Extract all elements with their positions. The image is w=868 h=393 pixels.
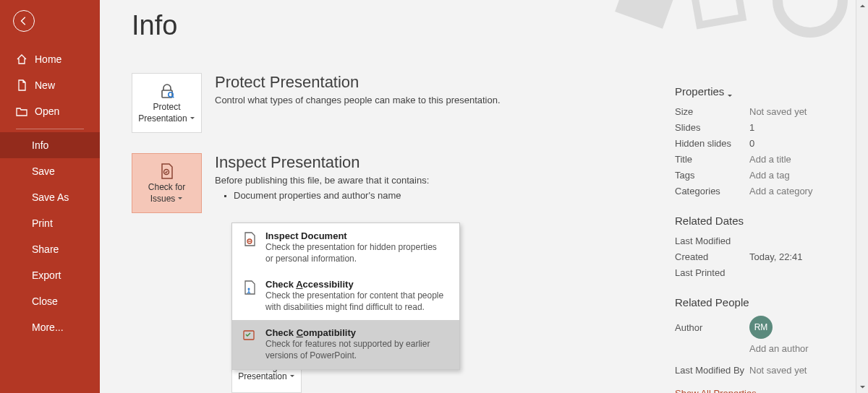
inspect-heading: Inspect Presentation: [215, 153, 429, 172]
sidebar-item-label: Save: [32, 165, 55, 177]
prop-created-value: Today, 22:41: [749, 251, 802, 262]
back-button[interactable]: [13, 10, 35, 32]
add-author-link[interactable]: Add an author: [749, 343, 809, 354]
sidebar-item-open[interactable]: Open: [0, 98, 100, 124]
prop-title-value[interactable]: Add a title: [749, 154, 791, 165]
sidebar-item-home[interactable]: Home: [0, 46, 100, 72]
dd-desc: Check the presentation for content that …: [265, 290, 446, 313]
open-icon: [16, 105, 27, 117]
prop-lastmod-label: Last Modified: [675, 236, 749, 246]
prop-tags-label: Tags: [675, 170, 749, 181]
chevron-down-icon: [177, 194, 183, 200]
prop-slides-value: 1: [749, 122, 754, 133]
dd-title: Inspect Document: [265, 230, 446, 241]
dd-desc: Check the presentation for hidden proper…: [265, 242, 446, 264]
page-title: Info: [132, 10, 868, 41]
inspect-icon: [158, 163, 176, 180]
dd-desc: Check for features not supported by earl…: [265, 339, 446, 361]
related-people-heading: Related People: [675, 296, 868, 308]
dd-title: Check Accessibility: [265, 279, 446, 290]
vertical-scrollbar[interactable]: [856, 0, 868, 393]
properties-heading[interactable]: Properties: [675, 85, 868, 98]
compatibility-icon: [242, 329, 257, 343]
home-icon: [16, 53, 27, 65]
prop-author-label: Author: [675, 322, 749, 333]
sidebar-item-label: Info: [32, 139, 48, 151]
sidebar-item-label: More...: [32, 321, 64, 333]
protect-presentation-tile[interactable]: Protect Presentation: [132, 73, 202, 133]
inspect-bullets: Document properties and author's name: [234, 190, 429, 201]
inspect-body: Before publishing this file, be aware th…: [215, 175, 429, 186]
sidebar-item-save-as[interactable]: Save As: [0, 184, 100, 210]
svg-rect-8: [244, 331, 254, 340]
check-for-issues-dropdown: Inspect Document Check the presentation …: [231, 223, 460, 370]
lock-icon: [158, 82, 176, 100]
dd-title: Check Compatibility: [265, 327, 446, 338]
prop-modby-label: Last Modified By: [675, 365, 749, 376]
show-all-properties-link[interactable]: Show All Properties: [675, 388, 868, 393]
arrow-left-icon: [19, 16, 29, 26]
properties-panel: Properties SizeNot saved yet Slides1 Hid…: [675, 85, 868, 393]
prop-created-label: Created: [675, 251, 749, 262]
backstage-sidebar: Home New Open Info Save Save As Print Sh…: [0, 0, 100, 393]
prop-lastprinted-label: Last Printed: [675, 267, 749, 278]
sidebar-item-label: Close: [32, 295, 58, 307]
prop-modby-value: Not saved yet: [749, 365, 807, 376]
sidebar-item-share[interactable]: Share: [0, 236, 100, 262]
scroll-track[interactable]: [856, 12, 868, 381]
new-icon: [16, 79, 27, 91]
svg-point-7: [248, 288, 250, 290]
chevron-down-icon: [289, 372, 295, 378]
prop-slides-label: Slides: [675, 122, 749, 133]
sidebar-item-label: Share: [32, 243, 59, 255]
scroll-down-button[interactable]: [856, 381, 868, 393]
sidebar-item-label: Print: [32, 217, 53, 229]
sidebar-item-save[interactable]: Save: [0, 158, 100, 184]
check-accessibility-item[interactable]: Check Accessibility Check the presentati…: [232, 272, 459, 320]
prop-title-label: Title: [675, 154, 749, 165]
chevron-down-icon: [727, 89, 733, 95]
prop-hidden-label: Hidden slides: [675, 138, 749, 149]
prop-size-value: Not saved yet: [749, 106, 807, 117]
sidebar-item-export[interactable]: Export: [0, 262, 100, 288]
sidebar-item-label: Save As: [32, 191, 69, 203]
chevron-down-icon: [190, 114, 195, 120]
inspect-bullet: Document properties and author's name: [234, 190, 429, 201]
check-compatibility-item[interactable]: Check Compatibility Check for features n…: [232, 320, 459, 368]
sidebar-item-more[interactable]: More...: [0, 314, 100, 340]
sidebar-item-label: Open: [35, 105, 59, 117]
protect-body: Control what types of changes people can…: [215, 95, 501, 105]
sidebar-item-info[interactable]: Info: [0, 132, 100, 158]
inspect-document-item[interactable]: Inspect Document Check the presentation …: [232, 223, 459, 272]
accessibility-icon: [242, 280, 257, 295]
protect-heading: Protect Presentation: [215, 73, 501, 92]
prop-categories-label: Categories: [675, 186, 749, 196]
related-dates-heading: Related Dates: [675, 215, 868, 227]
main-area: Info Protect Presentation Protect Presen…: [100, 0, 868, 393]
author-avatar[interactable]: RM: [749, 316, 773, 339]
sidebar-item-close[interactable]: Close: [0, 288, 100, 314]
prop-tags-value[interactable]: Add a tag: [749, 170, 790, 181]
prop-size-label: Size: [675, 106, 749, 117]
sidebar-divider: [16, 129, 84, 129]
sidebar-item-label: Export: [32, 269, 61, 281]
prop-categories-value[interactable]: Add a category: [749, 186, 812, 196]
check-for-issues-tile[interactable]: Check for Issues: [132, 153, 202, 213]
sidebar-item-label: Home: [35, 53, 61, 65]
sidebar-item-print[interactable]: Print: [0, 210, 100, 236]
prop-hidden-value: 0: [749, 138, 754, 149]
scroll-up-button[interactable]: [856, 0, 868, 12]
sidebar-item-label: New: [35, 79, 55, 91]
sidebar-item-new[interactable]: New: [0, 72, 100, 98]
inspect-document-icon: [242, 232, 257, 246]
